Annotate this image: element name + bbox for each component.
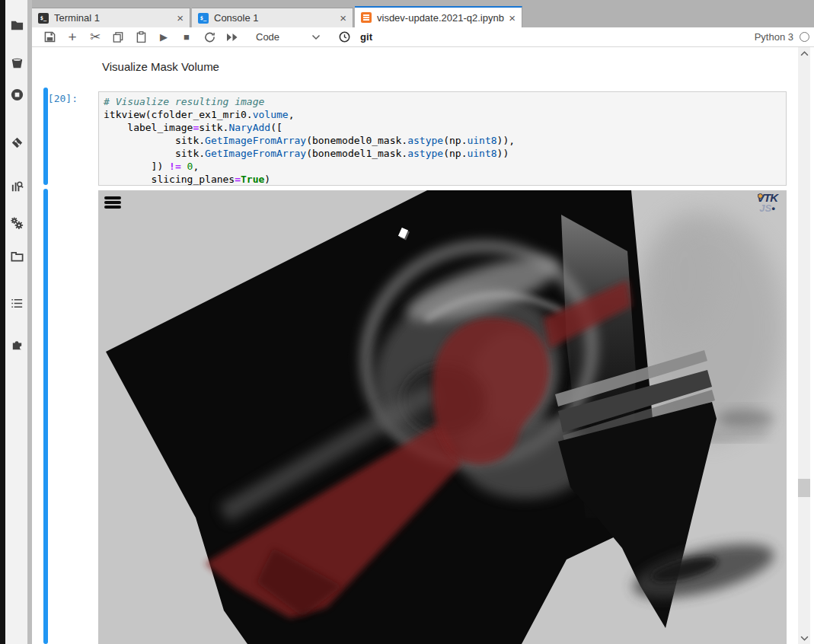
git-toolbar-button[interactable]: git (360, 31, 372, 43)
vertical-scrollbar[interactable] (798, 47, 810, 644)
tab-label: visdev-update.2021-q2.ipynb (377, 12, 506, 24)
tab-console-1[interactable]: $_ Console 1 × (192, 8, 353, 27)
markdown-heading[interactable]: Visualize Mask Volume (102, 60, 219, 73)
execution-count: [20]: (32, 93, 78, 104)
kernel-indicator: Python 3 (755, 31, 814, 43)
output-collapser[interactable] (43, 189, 48, 644)
cut-cells-button[interactable]: ✂ (85, 28, 105, 46)
code-line: slicing_planes=True) (104, 173, 786, 186)
cell-type-value: Code (256, 31, 279, 43)
window-edge-left (0, 0, 5, 644)
clock-icon[interactable] (334, 28, 354, 46)
console-icon: $_ (198, 13, 209, 24)
kernel-name[interactable]: Python 3 (755, 31, 793, 43)
restart-kernel-button[interactable] (200, 28, 219, 46)
tab-terminal-1[interactable]: $_ Terminal 1 × (32, 8, 190, 27)
scrollbar-thumb[interactable] (798, 479, 810, 497)
copy-cells-button[interactable] (108, 28, 128, 46)
code-line: sitk.GetImageFromArray(bonemodel0_mask.a… (104, 134, 786, 147)
stop-kernel-button[interactable]: ■ (177, 28, 196, 46)
main-tab-bar: $_ Terminal 1 × $_ Console 1 × visdev-up… (32, 0, 814, 27)
code-line: # Visualize resulting image (104, 95, 786, 108)
main-area: $_ Terminal 1 × $_ Console 1 × visdev-up… (32, 0, 814, 644)
tab-label: Terminal 1 (54, 12, 174, 24)
notebook-toolbar: + ✂ ▶ ■ Code (32, 27, 814, 47)
chevron-down-icon (311, 31, 321, 43)
open-panel-icon[interactable] (8, 247, 26, 266)
save-button[interactable] (40, 28, 59, 46)
bucket-icon[interactable] (8, 54, 26, 72)
code-line: label_image=sitk.NaryAdd([ (104, 121, 786, 134)
code-line: itkview(cfolder_ex1_mri0.volume, (104, 108, 786, 121)
vtk-logo-text: VTK (757, 192, 777, 203)
scroll-down-icon[interactable] (798, 632, 810, 644)
code-cell-editor[interactable]: # Visualize resulting imageitkview(cfold… (98, 91, 787, 186)
code-line: sitk.GetImageFromArray(bonemodel1_mask.a… (104, 147, 786, 160)
notebook-icon (361, 12, 372, 23)
run-cell-button[interactable]: ▶ (154, 28, 174, 46)
js-logo-text: JS• (757, 203, 777, 213)
inspector-icon[interactable] (8, 177, 26, 196)
git-icon[interactable] (8, 133, 26, 151)
file-browser-icon[interactable] (8, 16, 26, 34)
paste-cells-button[interactable] (131, 28, 151, 46)
jupyterlab-window: $_ Terminal 1 × $_ Console 1 × visdev-up… (0, 0, 814, 644)
itk-vtk-viewer-output[interactable]: VTK JS• (98, 190, 787, 644)
scroll-up-icon[interactable] (798, 47, 810, 59)
activity-sidebar (5, 0, 27, 644)
notebook-panel: Visualize Mask Volume [20]: # Visualize … (32, 47, 814, 644)
code-line: ]) != 0, (104, 160, 786, 173)
kernel-status-icon[interactable] (800, 32, 809, 42)
cell-type-dropdown[interactable]: Code (256, 31, 321, 43)
viewer-menu-icon[interactable] (104, 196, 121, 209)
fast-forward-button[interactable] (222, 28, 242, 46)
settings-gears-icon[interactable] (8, 214, 26, 232)
vtk-logo-dot (758, 193, 763, 199)
vtk-js-logo[interactable]: VTK JS• (757, 192, 777, 213)
add-cell-button[interactable]: + (62, 28, 82, 46)
close-icon[interactable]: × (509, 12, 516, 24)
running-kernels-icon[interactable] (8, 85, 26, 104)
volume-rendering-scene (98, 190, 787, 644)
table-of-contents-icon[interactable] (8, 294, 26, 312)
extensions-puzzle-icon[interactable] (8, 335, 26, 353)
close-icon[interactable]: × (177, 12, 184, 24)
close-icon[interactable]: × (340, 12, 346, 24)
tab-label: Console 1 (214, 12, 337, 24)
terminal-icon: $_ (38, 13, 49, 24)
tab-notebook[interactable]: visdev-update.2021-q2.ipynb × (355, 6, 522, 27)
